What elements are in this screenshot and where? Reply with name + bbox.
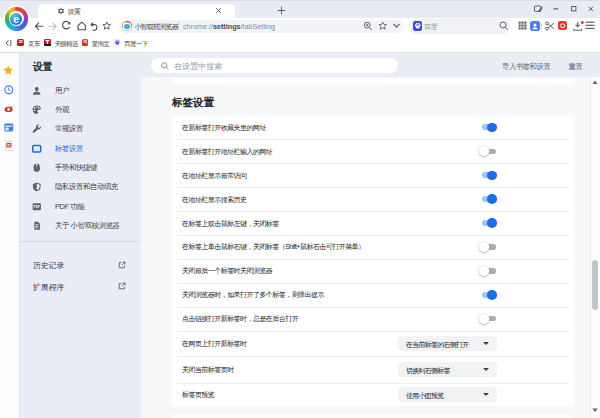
svg-text:PDF: PDF bbox=[34, 205, 40, 209]
